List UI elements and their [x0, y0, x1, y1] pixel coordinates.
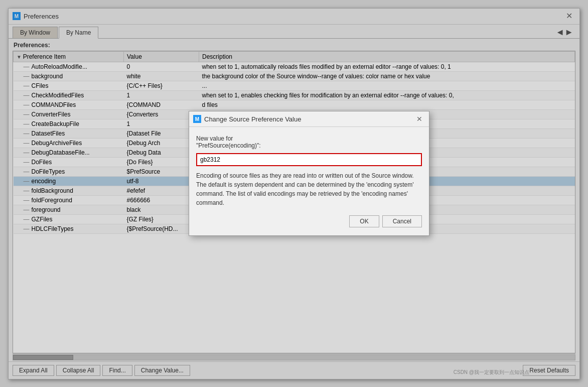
modal-app-icon: M: [193, 115, 201, 123]
modal-close-button[interactable]: ✕: [414, 114, 425, 123]
modal-title-left: M Change Source Preference Value: [193, 115, 301, 123]
modal-cancel-button[interactable]: Cancel: [382, 215, 422, 227]
modal-description: Encoding of source files as they are rea…: [196, 171, 422, 207]
modal-title-bar: M Change Source Preference Value ✕: [189, 111, 429, 127]
modal-ok-button[interactable]: OK: [349, 215, 379, 227]
modal-buttons: OK Cancel: [196, 215, 422, 227]
modal-overlay: M Change Source Preference Value ✕ New v…: [9, 9, 579, 379]
change-preference-modal: M Change Source Preference Value ✕ New v…: [189, 111, 429, 236]
modal-label: New value for "PrefSource(encoding)":: [196, 135, 422, 149]
modal-body: New value for "PrefSource(encoding)": En…: [189, 127, 429, 235]
new-value-input[interactable]: [196, 153, 422, 166]
modal-title: Change Source Preference Value: [204, 115, 301, 123]
main-window: M Preferences ✕ By Window By Name ◄► Pre…: [8, 8, 580, 379]
